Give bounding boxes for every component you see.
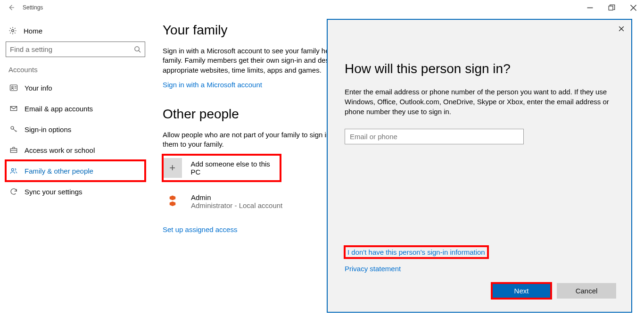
sidebar-item-work-school[interactable]: Access work or school (6, 140, 145, 160)
window-controls (579, 0, 644, 15)
back-button[interactable] (0, 0, 23, 15)
sidebar-home[interactable]: Home (6, 24, 146, 42)
sidebar-item-label: Sync your settings (25, 188, 83, 196)
sidebar: Home Find a setting Accounts Your info (0, 19, 146, 202)
titlebar: Settings (0, 0, 644, 15)
people-icon (9, 167, 18, 175)
dialog-links: I don't have this person's sign-in infor… (345, 246, 488, 273)
window-title: Settings (23, 4, 43, 11)
dialog-body: How will this person sign in? Enter the … (345, 61, 614, 144)
search-input[interactable]: Find a setting (6, 42, 145, 57)
briefcase-icon (9, 146, 18, 154)
svg-rect-5 (10, 107, 17, 111)
sidebar-item-label: Your info (25, 84, 52, 92)
add-person-dialog: How will this person sign in? Enter the … (327, 19, 632, 313)
sidebar-category: Accounts (6, 57, 146, 77)
sidebar-item-signin-options[interactable]: Sign-in options (6, 119, 145, 140)
person-card-icon (9, 83, 18, 92)
sidebar-item-email-accounts[interactable]: Email & app accounts (6, 98, 145, 119)
admin-name: Admin (191, 193, 282, 201)
sidebar-item-label: Sign-in options (25, 125, 71, 133)
mail-icon (9, 104, 18, 113)
maximize-button[interactable] (601, 0, 622, 15)
add-person-label: Add someone else to this PC (190, 160, 281, 176)
plus-icon: + (163, 158, 182, 178)
svg-point-2 (135, 47, 139, 51)
sidebar-item-your-info[interactable]: Your info (6, 77, 145, 98)
close-icon (619, 26, 624, 32)
next-button[interactable]: Next (492, 283, 551, 299)
privacy-statement-link[interactable]: Privacy statement (345, 265, 401, 273)
cancel-button[interactable]: Cancel (557, 283, 616, 299)
dialog-heading: How will this person sign in? (345, 61, 614, 76)
admin-subtitle: Administrator - Local account (191, 201, 282, 209)
close-icon (630, 4, 637, 11)
maximize-icon (608, 4, 615, 11)
svg-point-1 (12, 30, 14, 32)
gear-icon (8, 26, 17, 35)
minimize-button[interactable] (579, 0, 601, 15)
sidebar-item-label: Access work or school (25, 146, 95, 154)
add-person-button[interactable]: + Add someone else to this PC (163, 155, 281, 181)
dialog-close-button[interactable] (614, 22, 628, 36)
search-placeholder: Find a setting (10, 45, 52, 53)
sync-icon (9, 187, 18, 196)
no-signin-info-link[interactable]: I don't have this person's sign-in infor… (345, 246, 488, 258)
svg-point-6 (11, 126, 14, 129)
sign-in-link[interactable]: Sign in with a Microsoft account (163, 81, 262, 89)
settings-window: Settings Home (0, 0, 644, 325)
sidebar-item-label: Family & other people (25, 167, 93, 175)
dialog-buttons: Next Cancel (492, 283, 616, 299)
svg-point-4 (12, 86, 14, 88)
minimize-icon (586, 4, 594, 11)
dialog-description: Enter the email address or phone number … (345, 87, 614, 117)
admin-avatar-icon (163, 192, 182, 211)
sidebar-item-label: Email & app accounts (25, 105, 93, 113)
email-phone-input[interactable] (345, 129, 524, 144)
close-window-button[interactable] (622, 0, 644, 15)
search-icon (134, 46, 141, 53)
sidebar-item-sync-settings[interactable]: Sync your settings (6, 181, 145, 202)
sidebar-home-label: Home (24, 27, 42, 35)
arrow-left-icon (7, 3, 16, 12)
svg-rect-3 (10, 85, 17, 91)
sidebar-item-family-people[interactable]: Family & other people (6, 160, 145, 181)
svg-rect-0 (609, 6, 613, 10)
key-icon (9, 125, 18, 133)
svg-point-8 (11, 168, 14, 171)
assigned-access-link[interactable]: Set up assigned access (163, 225, 237, 233)
